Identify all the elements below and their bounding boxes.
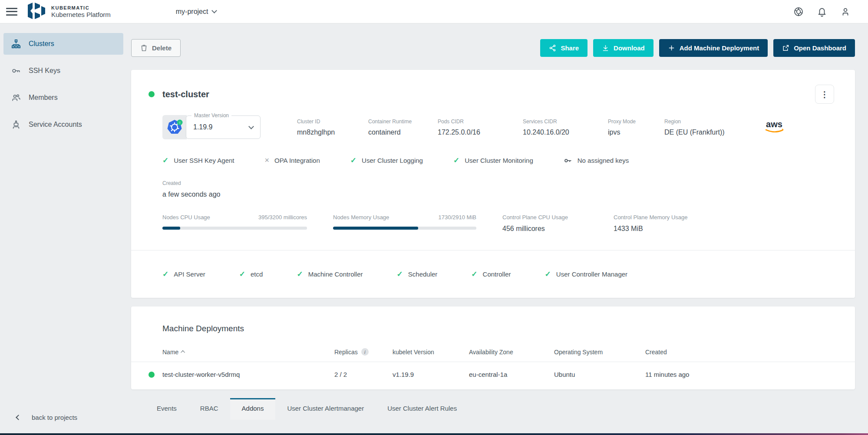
machine-deployment-row[interactable]: test-cluster-worker-v5drmq 2 / 2 v1.19.9…: [131, 362, 855, 389]
cluster-actions-menu-button[interactable]: ⋮: [815, 85, 834, 104]
created-field: Created a few seconds ago: [131, 165, 855, 198]
chevron-down-icon: [212, 8, 218, 13]
container-runtime-label: Container Runtime: [368, 119, 438, 125]
column-label: Name: [162, 349, 178, 356]
project-selector[interactable]: my-project: [176, 8, 217, 16]
region-field: Region DE (EU (Frankfurt)): [664, 119, 762, 136]
master-version-control: ↑ Master Version 1.19.9: [162, 115, 261, 139]
health-scheduler: ✓ Scheduler: [397, 270, 438, 279]
key-icon: [564, 156, 572, 165]
tab-rbac[interactable]: RBAC: [188, 398, 230, 420]
usage-value: 1433 MiB: [614, 225, 709, 233]
feature-label: User SSH Key Agent: [174, 157, 234, 164]
region-label: Region: [664, 119, 762, 125]
health-label: Controller: [483, 270, 511, 278]
control-plane-cpu-usage: Control Plane CPU Usage 456 millicores: [502, 214, 587, 233]
pods-cidr-value: 172.25.0.0/16: [438, 129, 523, 136]
feature-label: No assigned keys: [578, 157, 629, 164]
tab-user-cluster-alert-rules[interactable]: User Cluster Alert Rules: [376, 398, 469, 420]
delete-button[interactable]: Delete: [131, 39, 181, 57]
container-runtime-value: containerd: [368, 129, 438, 136]
sidebar-item-label: Members: [29, 94, 58, 102]
tab-events[interactable]: Events: [145, 398, 188, 420]
machine-deployments-title: Machine Deployments: [131, 306, 855, 333]
progress-bar: [333, 227, 476, 230]
back-to-projects-label: back to projects: [32, 414, 77, 421]
column-replicas: Replicas i: [334, 348, 393, 356]
help-icon[interactable]: [793, 7, 804, 17]
download-button[interactable]: Download: [593, 39, 653, 57]
sidebar-item-label: SSH Keys: [29, 67, 60, 75]
cluster-id-label: Cluster ID: [297, 119, 368, 125]
machine-deployment-status-icon: [149, 372, 155, 378]
health-machine-controller: ✓ Machine Controller: [297, 270, 363, 279]
master-version-value: 1.19.9: [193, 123, 212, 131]
tab-addons[interactable]: Addons: [230, 398, 276, 420]
cluster-tabs: Events RBAC Addons User Cluster Alertman…: [145, 398, 855, 420]
sidebar-item-ssh-keys[interactable]: SSH Keys: [3, 60, 123, 82]
brand-name: KUBERMATIC: [51, 5, 111, 10]
trash-icon: [140, 44, 148, 52]
container-runtime-field: Container Runtime containerd: [368, 119, 438, 136]
check-icon: ✓: [162, 156, 168, 165]
sidebar-item-service-accounts[interactable]: Service Accounts: [3, 114, 123, 135]
clusters-icon: [11, 39, 21, 49]
cluster-status-icon: [149, 91, 155, 97]
app-header: KUBERMATIC Kubernetes Platform my-projec…: [0, 0, 868, 23]
health-api-server: ✓ API Server: [162, 270, 205, 279]
check-icon: ✓: [350, 156, 356, 165]
sidebar-item-members[interactable]: Members: [3, 87, 123, 109]
health-user-controller-manager: ✓ User Controller Manager: [545, 270, 627, 279]
created-label: Created: [162, 180, 181, 186]
notifications-icon[interactable]: [817, 7, 827, 17]
column-label: Replicas: [334, 349, 358, 356]
check-icon: ✓: [397, 270, 403, 279]
chevron-down-icon: [248, 124, 254, 129]
column-operating-system: Operating System: [554, 349, 645, 356]
check-icon: ✓: [297, 270, 303, 279]
feature-user-ssh-key-agent: ✓ User SSH Key Agent: [162, 156, 234, 165]
sidebar-item-clusters[interactable]: Clusters: [3, 33, 123, 55]
pods-cidr-field: Pods CIDR 172.25.0.0/16: [438, 119, 523, 136]
info-icon[interactable]: i: [361, 348, 369, 356]
user-icon[interactable]: [840, 7, 851, 17]
back-to-projects-link[interactable]: back to projects: [0, 414, 129, 435]
column-name[interactable]: Name: [162, 349, 334, 356]
nodes-memory-usage: Nodes Memory Usage 1730/2910 MiB: [333, 214, 476, 233]
check-icon: ✓: [471, 270, 477, 279]
usage-label: Nodes CPU Usage: [162, 214, 210, 221]
column-label: Operating System: [554, 349, 603, 356]
machine-deployments-card: Machine Deployments Name Replicas i kube…: [131, 306, 855, 389]
health-label: etcd: [251, 270, 263, 278]
machine-deployments-header: Name Replicas i kubelet Version Availabi…: [131, 333, 855, 362]
feature-user-cluster-monitoring: ✓ User Cluster Monitoring: [453, 156, 533, 165]
cluster-card: test-cluster ⋮: [131, 70, 855, 298]
health-label: User Controller Manager: [556, 270, 627, 278]
share-button[interactable]: Share: [540, 39, 587, 57]
add-machine-deployment-button[interactable]: Add Machine Deployment: [659, 39, 768, 57]
column-kubelet-version: kubelet Version: [393, 349, 469, 356]
menu-icon[interactable]: [6, 8, 17, 16]
column-label: kubelet Version: [393, 349, 434, 356]
check-icon: ✓: [162, 270, 168, 279]
master-version-dropdown[interactable]: Master Version 1.19.9: [186, 115, 261, 139]
usage-label: Control Plane Memory Usage: [614, 214, 709, 221]
tab-user-cluster-alertmanager[interactable]: User Cluster Alertmanager: [275, 398, 376, 420]
master-version-label: Master Version: [191, 112, 231, 119]
machine-deployment-created: 11 minutes ago: [645, 371, 834, 378]
column-label: Created: [645, 349, 667, 356]
pods-cidr-label: Pods CIDR: [438, 119, 523, 125]
project-name: my-project: [176, 8, 208, 16]
open-dashboard-button[interactable]: Open Dashboard: [773, 39, 855, 57]
column-label: Availability Zone: [469, 349, 513, 356]
cluster-toolbar: Delete Share Download: [131, 39, 855, 57]
proxy-mode-field: Proxy Mode ipvs: [608, 119, 664, 136]
services-cidr-label: Services CIDR: [523, 119, 608, 125]
download-icon: [602, 44, 609, 52]
health-label: API Server: [174, 270, 205, 278]
health-etcd: ✓ etcd: [239, 270, 263, 279]
window-edge: [0, 433, 868, 435]
cluster-name: test-cluster: [162, 89, 209, 99]
nodes-cpu-usage: Nodes CPU Usage 395/3200 millicores: [162, 214, 307, 233]
usage-label: Control Plane CPU Usage: [502, 214, 587, 221]
